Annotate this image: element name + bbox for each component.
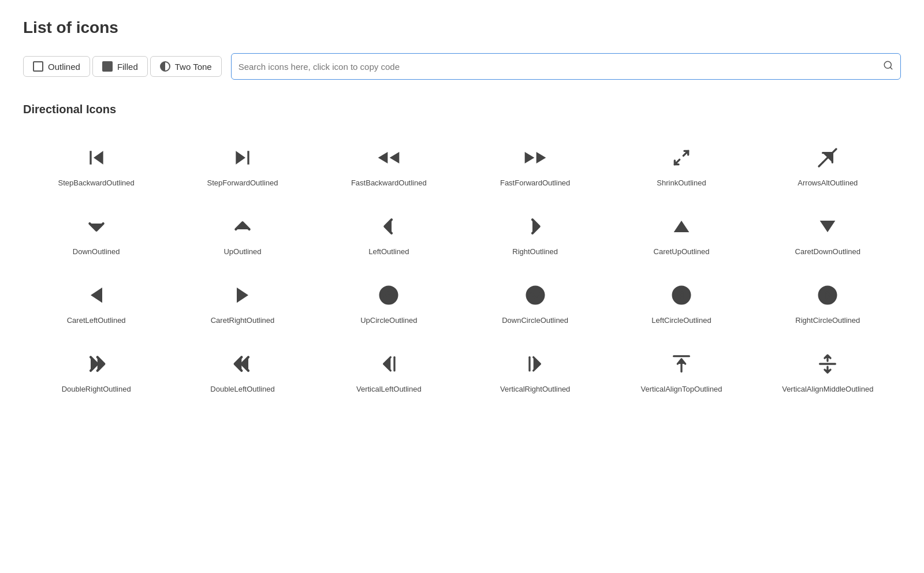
icons-grid-directional: StepBackwardOutlined StepForwardOutlined…	[23, 130, 901, 405]
up-circle-icon	[377, 284, 400, 307]
icon-label: CaretLeftOutlined	[67, 316, 126, 325]
icon-label: ArrowsAltOutlined	[798, 178, 858, 187]
step-forward-icon	[231, 146, 254, 169]
icon-label: RightCircleOutlined	[795, 316, 860, 325]
twotone-icon	[160, 61, 170, 72]
icon-cell-caret-left[interactable]: CaretLeftOutlined	[23, 267, 169, 336]
icon-cell-shrink[interactable]: ShrinkOutlined	[608, 130, 754, 199]
icon-cell-double-right[interactable]: DoubleRightOutlined	[23, 336, 169, 405]
icon-label: StepBackwardOutlined	[58, 178, 135, 187]
icon-label: UpOutlined	[223, 247, 261, 256]
icon-label: FastForwardOutlined	[500, 178, 570, 187]
search-icon	[883, 60, 893, 70]
icon-label: DownOutlined	[73, 247, 120, 256]
icon-cell-vertical-align-middle[interactable]: VerticalAlignMiddleOutlined	[755, 336, 901, 405]
down-circle-icon	[524, 284, 547, 307]
svg-line-1	[890, 67, 892, 69]
icon-label: CaretRightOutlined	[211, 316, 275, 325]
outlined-icon	[33, 61, 43, 72]
vertical-align-top-icon	[670, 352, 693, 375]
icon-cell-step-forward[interactable]: StepForwardOutlined	[169, 130, 315, 199]
icon-label: ShrinkOutlined	[657, 178, 706, 187]
icon-label: LeftOutlined	[368, 247, 409, 256]
icon-label: DownCircleOutlined	[502, 316, 568, 325]
icon-label: DoubleLeftOutlined	[210, 385, 274, 393]
filter-twotone-label: Two Tone	[175, 62, 212, 72]
filter-filled-label: Filled	[117, 62, 138, 72]
filter-group: Outlined Filled Two Tone	[23, 56, 222, 77]
icon-cell-right[interactable]: RightOutlined	[462, 199, 608, 267]
svg-line-6	[833, 149, 837, 153]
double-left-icon	[231, 352, 254, 375]
right-icon	[524, 215, 547, 238]
directional-icons-section: Directional Icons StepBackwardOutlined S…	[23, 103, 901, 405]
icon-cell-vertical-left[interactable]: VerticalLeftOutlined	[316, 336, 462, 405]
icon-label: VerticalAlignMiddleOutlined	[782, 385, 873, 393]
icon-label: VerticalLeftOutlined	[356, 385, 422, 393]
icon-label: FastBackwardOutlined	[351, 178, 427, 187]
left-circle-icon	[670, 284, 693, 307]
filled-icon	[102, 61, 113, 72]
up-icon	[231, 215, 254, 238]
page-title: List of icons	[23, 18, 901, 37]
icon-cell-left-circle[interactable]: LeftCircleOutlined	[608, 267, 754, 336]
down-icon	[85, 215, 108, 238]
icon-label: RightOutlined	[512, 247, 558, 256]
icon-label: VerticalAlignTopOutlined	[641, 385, 722, 393]
icon-cell-vertical-right[interactable]: VerticalRightOutlined	[462, 336, 608, 405]
icon-label: LeftCircleOutlined	[651, 316, 711, 325]
shrink-icon	[670, 146, 693, 169]
icon-cell-vertical-align-top[interactable]: VerticalAlignTopOutlined	[608, 336, 754, 405]
icon-cell-step-backward[interactable]: StepBackwardOutlined	[23, 130, 169, 199]
filter-outlined-label: Outlined	[48, 62, 80, 72]
caret-up-icon	[670, 215, 693, 238]
icon-cell-double-left[interactable]: DoubleLeftOutlined	[169, 336, 315, 405]
icon-label: CaretUpOutlined	[654, 247, 710, 256]
icon-cell-caret-right[interactable]: CaretRightOutlined	[169, 267, 315, 336]
step-backward-icon	[85, 146, 108, 169]
icon-cell-down[interactable]: DownOutlined	[23, 199, 169, 267]
fast-forward-icon	[524, 146, 547, 169]
icon-cell-right-circle[interactable]: RightCircleOutlined	[755, 267, 901, 336]
filter-filled-button[interactable]: Filled	[92, 56, 148, 77]
icon-cell-fast-backward[interactable]: FastBackwardOutlined	[316, 130, 462, 199]
icon-label: CaretDownOutlined	[795, 247, 860, 256]
section-title-directional: Directional Icons	[23, 103, 901, 116]
caret-left-icon	[85, 284, 108, 307]
icon-cell-up[interactable]: UpOutlined	[169, 199, 315, 267]
icon-label: DoubleRightOutlined	[62, 385, 131, 393]
icon-cell-arrows-alt[interactable]: ArrowsAltOutlined	[755, 130, 901, 199]
double-right-icon	[85, 352, 108, 375]
icon-cell-fast-forward[interactable]: FastForwardOutlined	[462, 130, 608, 199]
icon-label: StepForwardOutlined	[207, 178, 278, 187]
arrows-alt-icon	[816, 146, 839, 169]
search-input[interactable]	[239, 62, 883, 72]
sections-container: Directional Icons StepBackwardOutlined S…	[23, 103, 901, 405]
filter-outlined-button[interactable]: Outlined	[23, 56, 90, 77]
icon-label: UpCircleOutlined	[360, 316, 417, 325]
fast-backward-icon	[377, 146, 400, 169]
caret-down-icon	[816, 215, 839, 238]
caret-right-icon	[231, 284, 254, 307]
vertical-align-middle-icon	[816, 352, 839, 375]
filter-twotone-button[interactable]: Two Tone	[150, 56, 222, 77]
icon-cell-left[interactable]: LeftOutlined	[316, 199, 462, 267]
svg-line-5	[819, 162, 823, 166]
search-button[interactable]	[883, 60, 893, 73]
toolbar: Outlined Filled Two Tone	[23, 53, 901, 80]
icon-cell-caret-down[interactable]: CaretDownOutlined	[755, 199, 901, 267]
search-wrapper	[231, 53, 901, 80]
left-icon	[377, 215, 400, 238]
vertical-right-icon	[524, 352, 547, 375]
icon-cell-up-circle[interactable]: UpCircleOutlined	[316, 267, 462, 336]
icon-cell-down-circle[interactable]: DownCircleOutlined	[462, 267, 608, 336]
right-circle-icon	[816, 284, 839, 307]
icon-label: VerticalRightOutlined	[500, 385, 570, 393]
icon-cell-caret-up[interactable]: CaretUpOutlined	[608, 199, 754, 267]
vertical-left-icon	[377, 352, 400, 375]
